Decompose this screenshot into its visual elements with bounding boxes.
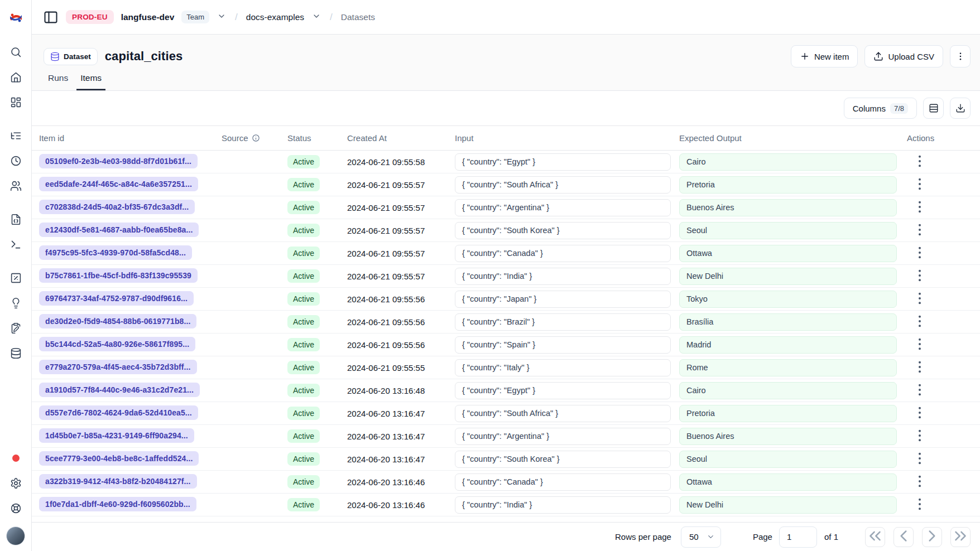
sidebar-item-users[interactable] xyxy=(3,173,28,199)
row-actions-button[interactable] xyxy=(912,245,928,260)
column-header-source[interactable]: Source xyxy=(222,133,287,143)
row-actions-button[interactable] xyxy=(912,359,928,375)
sidebar-item-square-percent[interactable] xyxy=(3,265,28,291)
row-actions-button[interactable] xyxy=(912,473,928,489)
item-id-badge[interactable]: 69764737-34af-4752-9787-d90df9616... xyxy=(39,291,194,306)
item-id-badge[interactable]: 05109ef0-2e3b-4e03-98dd-8f7d01b61f... xyxy=(39,154,198,168)
item-id-badge[interactable]: a322b319-9412-4f43-b8f2-b20484127f... xyxy=(39,474,197,489)
row-actions-button[interactable] xyxy=(912,428,928,443)
prev-page-button[interactable] xyxy=(893,527,914,547)
project-switcher-button[interactable] xyxy=(311,9,321,25)
input-cell[interactable]: { "country": "South Korea" } xyxy=(455,451,671,468)
project-name[interactable]: docs-examples xyxy=(246,12,304,22)
page-number-input[interactable] xyxy=(779,526,817,548)
tab-items[interactable]: Items xyxy=(76,73,105,90)
row-actions-button[interactable] xyxy=(912,382,928,398)
expected-output-cell[interactable]: Brasília xyxy=(679,313,897,331)
sidebar-item-lightbulb[interactable] xyxy=(3,291,28,316)
sidebar-item-clock[interactable] xyxy=(3,148,28,173)
input-cell[interactable]: { "country": "Italy" } xyxy=(455,359,671,376)
input-cell[interactable]: { "country": "India" } xyxy=(455,268,671,285)
upload-csv-button[interactable]: Upload CSV xyxy=(864,45,943,67)
input-cell[interactable]: { "country": "Spain" } xyxy=(455,336,671,354)
row-actions-button[interactable] xyxy=(912,199,928,215)
input-cell[interactable]: { "country": "South Africa" } xyxy=(455,176,671,194)
sidebar-item-settings[interactable] xyxy=(3,471,28,496)
langfuse-logo[interactable] xyxy=(0,0,31,35)
org-switcher-button[interactable] xyxy=(217,9,227,25)
sidebar-item-clipboard-pen[interactable] xyxy=(3,316,28,341)
tab-runs[interactable]: Runs xyxy=(44,73,72,90)
expected-output-cell[interactable]: Cairo xyxy=(679,382,897,399)
export-button[interactable] xyxy=(950,98,971,119)
item-id-badge[interactable]: d557e7d6-7802-4624-9da6-52d410ea5... xyxy=(39,405,198,420)
item-id-badge[interactable]: a1910d57-7f84-440c-9e46-a31c2d7e21... xyxy=(39,383,200,397)
item-id-badge[interactable]: e779a270-579a-4f45-aec4-35b72d3bff... xyxy=(39,360,197,374)
row-actions-button[interactable] xyxy=(912,291,928,306)
sidebar-item-support[interactable] xyxy=(3,496,28,521)
expected-output-cell[interactable]: Seoul xyxy=(679,222,897,239)
expected-output-cell[interactable]: Ottawa xyxy=(679,473,897,491)
expected-output-cell[interactable]: Cairo xyxy=(679,153,897,171)
row-actions-button[interactable] xyxy=(912,451,928,466)
input-cell[interactable]: { "country": "Argentina" } xyxy=(455,199,671,216)
sidebar-item-database[interactable] xyxy=(3,341,28,366)
row-actions-button[interactable] xyxy=(912,153,928,169)
sidebar-toggle-button[interactable] xyxy=(43,9,59,25)
expected-output-cell[interactable]: New Delhi xyxy=(679,268,897,285)
input-cell[interactable]: { "country": "Brazil" } xyxy=(455,313,671,331)
input-cell[interactable]: { "country": "Canada" } xyxy=(455,473,671,491)
item-id-badge[interactable]: 1d45b0e7-b85a-4231-9149-6ff90a294... xyxy=(39,428,194,443)
input-cell[interactable]: { "country": "South Africa" } xyxy=(455,405,671,422)
row-actions-button[interactable] xyxy=(912,336,928,352)
sidebar-item-file-json[interactable] xyxy=(3,207,28,232)
rows-per-page-select[interactable]: 50 xyxy=(681,526,721,548)
sidebar-item-list-tree[interactable] xyxy=(3,123,28,148)
column-header-item-id[interactable]: Item id xyxy=(39,133,222,143)
input-cell[interactable]: { "country": "India" } xyxy=(455,496,671,514)
next-page-button[interactable] xyxy=(922,527,942,547)
more-actions-button[interactable] xyxy=(950,45,971,67)
item-id-badge[interactable]: eed5dafe-244f-465c-a84c-4a6e357251... xyxy=(39,177,198,191)
column-header-input[interactable]: Input xyxy=(455,133,679,143)
row-actions-button[interactable] xyxy=(912,176,928,192)
column-header-status[interactable]: Status xyxy=(287,133,347,143)
item-id-badge[interactable]: f4975c95-5fc3-4939-970d-58fa5cd48... xyxy=(39,245,192,260)
new-item-button[interactable]: New item xyxy=(791,45,858,67)
row-actions-button[interactable] xyxy=(912,496,928,512)
expected-output-cell[interactable]: Rome xyxy=(679,359,897,376)
item-id-badge[interactable]: b5c144cd-52a5-4a80-926e-58617f895... xyxy=(39,337,195,351)
item-id-badge[interactable]: 1f0e7da1-dbff-4e60-929d-f6095602bb... xyxy=(39,497,196,511)
last-page-button[interactable] xyxy=(950,527,971,547)
expected-output-cell[interactable]: New Delhi xyxy=(679,496,897,514)
row-actions-button[interactable] xyxy=(912,268,928,283)
input-cell[interactable]: { "country": "Argentina" } xyxy=(455,428,671,445)
column-header-expected-output[interactable]: Expected Output xyxy=(679,133,907,143)
sidebar-item-terminal[interactable] xyxy=(3,232,28,257)
expected-output-cell[interactable]: Buenos Aires xyxy=(679,199,897,216)
expected-output-cell[interactable]: Tokyo xyxy=(679,291,897,308)
item-id-badge[interactable]: de30d2e0-f5d9-4854-88b6-0619771b8... xyxy=(39,314,196,328)
item-id-badge[interactable]: c702838d-24d5-40a2-bf35-67dc3a3df... xyxy=(39,200,195,214)
sidebar-item-dashboard[interactable] xyxy=(3,90,28,115)
input-cell[interactable]: { "country": "Canada" } xyxy=(455,245,671,262)
input-cell[interactable]: { "country": "Japan" } xyxy=(455,291,671,308)
expected-output-cell[interactable]: Buenos Aires xyxy=(679,428,897,445)
sidebar-item-search[interactable] xyxy=(3,40,28,65)
columns-button[interactable]: Columns 7/8 xyxy=(844,98,917,119)
expected-output-cell[interactable]: Seoul xyxy=(679,451,897,468)
row-height-button[interactable] xyxy=(923,98,944,119)
user-avatar[interactable] xyxy=(6,526,25,545)
column-header-created-at[interactable]: Created At xyxy=(347,133,455,143)
organization-name[interactable]: langfuse-dev xyxy=(121,12,175,22)
sidebar-item-home[interactable] xyxy=(3,65,28,90)
expected-output-cell[interactable]: Pretoria xyxy=(679,176,897,194)
expected-output-cell[interactable]: Ottawa xyxy=(679,245,897,262)
item-id-badge[interactable]: b75c7861-1fbe-45cf-bdf6-83f139c95539 xyxy=(39,268,198,283)
first-page-button[interactable] xyxy=(865,527,885,547)
input-cell[interactable]: { "country": "Egypt" } xyxy=(455,153,671,171)
row-actions-button[interactable] xyxy=(912,405,928,420)
expected-output-cell[interactable]: Pretoria xyxy=(679,405,897,422)
row-actions-button[interactable] xyxy=(912,222,928,238)
expected-output-cell[interactable]: Madrid xyxy=(679,336,897,354)
